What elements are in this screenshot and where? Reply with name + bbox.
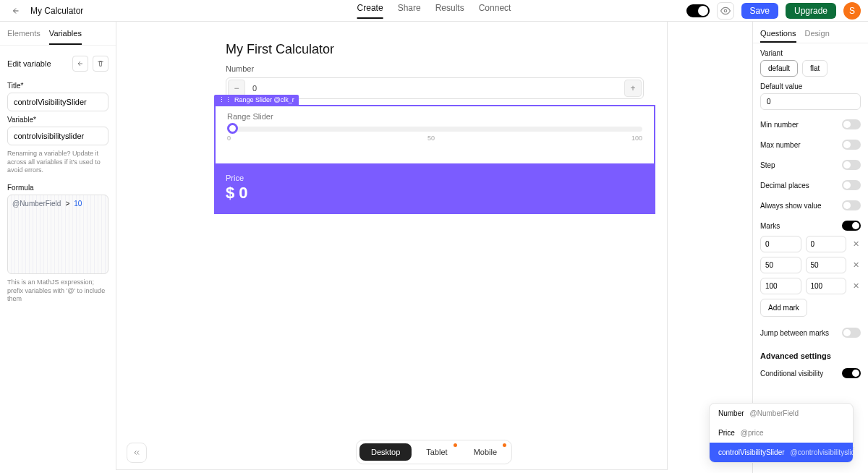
slider-thumb[interactable] <box>227 123 238 134</box>
jump-marks-row: Jump between marks <box>753 323 868 343</box>
price-value: $ 0 <box>226 184 644 203</box>
page-title: My Calculator <box>30 6 83 16</box>
always-show-label: Always show value <box>760 202 821 210</box>
mark-input-a[interactable] <box>760 236 801 252</box>
tick-max: 100 <box>631 135 642 142</box>
viewport-mobile[interactable]: Mobile <box>462 443 509 461</box>
viewport-switcher: Desktop Tablet Mobile <box>356 440 512 464</box>
max-number-toggle[interactable] <box>842 140 861 150</box>
mark-row: ✕ <box>753 257 868 278</box>
mark-input-a[interactable] <box>760 257 801 273</box>
marks-label: Marks <box>760 222 780 230</box>
formula-input[interactable]: @NumberField > 10 <box>7 195 109 274</box>
slider-track[interactable] <box>227 127 642 132</box>
conditional-visibility-label: Conditional visibility <box>760 370 823 378</box>
preview-button[interactable] <box>717 2 734 20</box>
decimal-toggle[interactable] <box>842 180 861 190</box>
mark-input-a[interactable] <box>760 278 801 294</box>
tab-share[interactable]: Share <box>398 3 421 19</box>
badge-dot <box>503 443 506 447</box>
upgrade-button[interactable]: Upgrade <box>786 3 836 19</box>
autocomplete-item[interactable]: Price @price <box>710 423 853 443</box>
canvas[interactable]: My First Calculator Number − 0 + ⋮⋮ Rang… <box>116 22 752 473</box>
variable-field-label: Variable* <box>0 111 116 127</box>
tab-create[interactable]: Create <box>357 3 383 19</box>
viewport-desktop[interactable]: Desktop <box>359 443 412 461</box>
always-show-toggle[interactable] <box>842 200 861 210</box>
price-panel: Price $ 0 <box>214 165 655 214</box>
remove-mark-button[interactable]: ✕ <box>851 239 861 249</box>
canvas-prev-button[interactable] <box>127 443 147 463</box>
header-actions: Save Upgrade S <box>686 2 861 20</box>
tab-elements[interactable]: Elements <box>7 29 41 45</box>
min-number-label: Min number <box>760 121 799 129</box>
range-slider-element[interactable]: ⋮⋮ Range Slider @clk_r Range Slider 0 50… <box>214 105 655 165</box>
ac-name: controlVisibilitySlider <box>718 448 785 456</box>
tab-questions[interactable]: Questions <box>760 29 796 43</box>
formula-num: 10 <box>74 200 82 208</box>
remove-mark-button[interactable]: ✕ <box>851 260 861 270</box>
increment-button[interactable]: + <box>624 80 642 97</box>
formula-var: @NumberField <box>12 200 61 208</box>
viewport-tablet[interactable]: Tablet <box>414 443 459 461</box>
jump-marks-toggle[interactable] <box>842 328 861 338</box>
number-label: Number <box>214 64 655 77</box>
mark-input-b[interactable] <box>806 257 847 273</box>
variable-autocomplete: Number @NumberField Price @price control… <box>709 403 854 463</box>
min-number-toggle[interactable] <box>842 119 861 129</box>
advanced-settings-heading: Advanced settings <box>753 343 868 363</box>
step-toggle[interactable] <box>842 160 861 170</box>
variant-flat[interactable]: flat <box>802 60 827 77</box>
title-input[interactable] <box>7 93 109 111</box>
variable-input[interactable] <box>7 127 109 145</box>
right-tabs: Questions Design <box>753 22 868 43</box>
tab-connect[interactable]: Connect <box>479 3 511 19</box>
autocomplete-item[interactable]: Number @NumberField <box>710 404 853 423</box>
remove-mark-button[interactable]: ✕ <box>851 281 861 291</box>
number-value[interactable]: 0 <box>247 81 623 95</box>
formula-field-label: Formula <box>0 179 116 195</box>
range-label: Range Slider <box>227 112 642 121</box>
viewport-tablet-label: Tablet <box>426 448 447 456</box>
decimal-row: Decimal places <box>753 175 868 195</box>
edit-variable-label: Edit variable <box>7 59 51 68</box>
tab-results[interactable]: Results <box>435 3 464 19</box>
back-button[interactable] <box>7 2 25 20</box>
jump-marks-label: Jump between marks <box>760 329 829 337</box>
conditional-visibility-row: Conditional visibility <box>753 363 868 383</box>
mark-input-b[interactable] <box>806 278 847 294</box>
calculator-frame: My First Calculator Number − 0 + ⋮⋮ Rang… <box>214 32 655 214</box>
selection-tag-label: Range Slider @clk_r <box>234 96 294 103</box>
app-header: My Calculator Create Share Results Conne… <box>0 0 868 22</box>
max-number-row: Max number <box>753 135 868 155</box>
left-tabs: Elements Variables <box>0 22 116 46</box>
back-variable-button[interactable] <box>72 56 88 72</box>
save-button[interactable]: Save <box>741 3 778 19</box>
mark-input-b[interactable] <box>806 236 847 252</box>
viewport-mobile-label: Mobile <box>474 448 497 456</box>
autocomplete-item[interactable]: controlVisibilitySlider @controlvisibili… <box>710 443 853 462</box>
ac-var: @NumberField <box>750 409 799 417</box>
add-mark-button[interactable]: Add mark <box>760 299 807 317</box>
title-field-label: Title* <box>0 77 116 93</box>
variant-default[interactable]: default <box>760 60 798 77</box>
marks-toggle[interactable] <box>842 221 861 231</box>
step-row: Step <box>753 155 868 175</box>
selection-tag[interactable]: ⋮⋮ Range Slider @clk_r <box>214 95 299 105</box>
mark-row: ✕ <box>753 278 868 299</box>
always-show-row: Always show value <box>753 195 868 216</box>
dark-mode-toggle[interactable] <box>686 4 710 17</box>
tick-mid: 50 <box>427 135 435 142</box>
delete-variable-button[interactable] <box>93 56 109 72</box>
ac-name: Price <box>718 429 735 437</box>
ac-name: Number <box>718 409 744 417</box>
default-value-input[interactable] <box>760 93 861 110</box>
avatar[interactable]: S <box>843 2 861 20</box>
tab-variables[interactable]: Variables <box>49 29 82 45</box>
tab-design[interactable]: Design <box>805 29 830 43</box>
conditional-visibility-toggle[interactable] <box>842 368 861 378</box>
marks-row-header: Marks <box>753 216 868 236</box>
mark-row: ✕ <box>753 236 868 257</box>
price-label: Price <box>226 174 644 182</box>
step-label: Step <box>760 161 775 169</box>
